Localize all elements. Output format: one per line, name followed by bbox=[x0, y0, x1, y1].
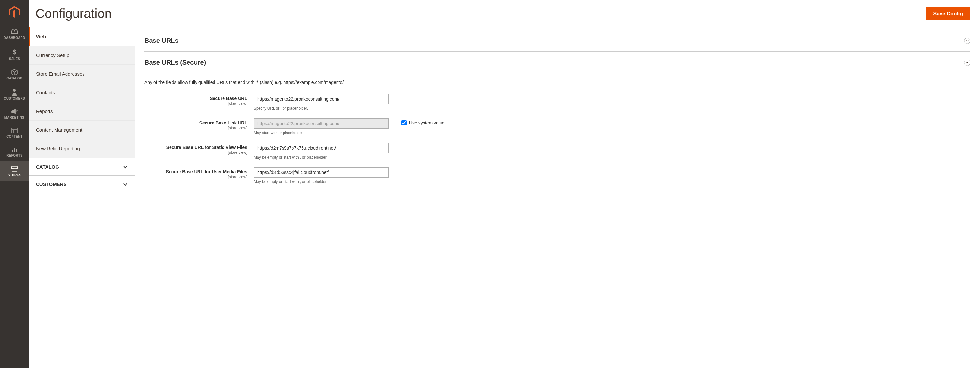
admin-sidebar: DASHBOARD $ SALES CATALOG CUSTOMERS MARK… bbox=[0, 0, 29, 205]
nav-marketing-label: MARKETING bbox=[5, 116, 24, 119]
scope-label: [store view] bbox=[145, 150, 247, 155]
section-base-urls-secure-header[interactable]: Base URLs (Secure) bbox=[145, 52, 970, 74]
page-title: Configuration bbox=[35, 6, 112, 21]
secure-base-url-label: Secure Base URL bbox=[210, 96, 247, 101]
svg-rect-7 bbox=[16, 149, 17, 152]
svg-text:$: $ bbox=[13, 48, 17, 56]
config-tabs-sidebar: Web Currency Setup Store Email Addresses… bbox=[29, 27, 135, 205]
config-main: Base URLs Base URLs (Secure) Any of the … bbox=[135, 27, 980, 205]
collapse-icon bbox=[964, 59, 970, 66]
tab-group-customers-label: CUSTOMERS bbox=[36, 181, 67, 187]
secure-base-static-label: Secure Base URL for Static View Files bbox=[166, 145, 247, 150]
store-icon bbox=[11, 166, 18, 172]
tab-currency-setup[interactable]: Currency Setup bbox=[29, 46, 135, 65]
secure-base-media-input[interactable] bbox=[254, 167, 388, 178]
box-icon bbox=[11, 69, 18, 75]
section-base-urls-header[interactable]: Base URLs bbox=[145, 30, 970, 52]
nav-catalog[interactable]: CATALOG bbox=[0, 65, 29, 84]
field-secure-base-link-url: Secure Base Link URL [store view] May st… bbox=[145, 118, 970, 135]
secure-base-link-url-label: Secure Base Link URL bbox=[199, 120, 247, 125]
nav-content[interactable]: CONTENT bbox=[0, 123, 29, 142]
section-base-urls-secure-title: Base URLs (Secure) bbox=[145, 59, 206, 66]
nav-marketing[interactable]: MARKETING bbox=[0, 104, 29, 123]
nav-dashboard-label: DASHBOARD bbox=[4, 36, 25, 40]
nav-customers[interactable]: CUSTOMERS bbox=[0, 84, 29, 104]
bars-icon bbox=[11, 147, 18, 152]
secure-base-media-label: Secure Base URL for User Media Files bbox=[166, 169, 247, 174]
page-header: Configuration Save Config bbox=[29, 0, 980, 27]
expand-icon bbox=[964, 38, 970, 44]
secure-base-static-hint: May be empty or start with , or placehol… bbox=[254, 155, 388, 160]
magento-logo[interactable] bbox=[0, 0, 29, 24]
tab-store-emails[interactable]: Store Email Addresses bbox=[29, 65, 135, 83]
secure-base-url-hint: Specify URL or , or placeholder. bbox=[254, 106, 388, 110]
save-config-button[interactable]: Save Config bbox=[926, 7, 970, 20]
tab-group-catalog[interactable]: CATALOG bbox=[29, 158, 135, 175]
tab-group-catalog-label: CATALOG bbox=[36, 164, 59, 170]
section-base-urls-title: Base URLs bbox=[145, 37, 178, 45]
tab-contacts[interactable]: Contacts bbox=[29, 83, 135, 102]
layout-icon bbox=[11, 128, 18, 133]
secure-base-url-input[interactable] bbox=[254, 94, 388, 104]
section-desc: Any of the fields allow fully qualified … bbox=[145, 80, 970, 85]
secure-base-link-url-hint: May start with or placeholder. bbox=[254, 131, 388, 135]
use-system-value-checkbox[interactable] bbox=[401, 120, 407, 125]
scope-label: [store view] bbox=[145, 175, 247, 179]
nav-sales-label: SALES bbox=[9, 57, 20, 61]
secure-base-media-hint: May be empty or start with , or placehol… bbox=[254, 179, 388, 184]
tab-web[interactable]: Web bbox=[29, 27, 135, 46]
nav-dashboard[interactable]: DASHBOARD bbox=[0, 24, 29, 44]
nav-reports-label: REPORTS bbox=[6, 154, 22, 157]
svg-rect-6 bbox=[14, 148, 15, 152]
secure-base-link-url-input bbox=[254, 118, 388, 129]
megaphone-icon bbox=[11, 109, 18, 115]
tab-group-customers[interactable]: CUSTOMERS bbox=[29, 175, 135, 193]
use-system-value-label[interactable]: Use system value bbox=[409, 120, 444, 125]
scope-label: [store view] bbox=[145, 101, 247, 106]
nav-stores[interactable]: STORES bbox=[0, 162, 29, 181]
nav-stores-label: STORES bbox=[8, 173, 21, 177]
svg-rect-2 bbox=[11, 128, 18, 133]
nav-customers-label: CUSTOMERS bbox=[4, 97, 25, 100]
person-icon bbox=[11, 88, 18, 96]
nav-reports[interactable]: REPORTS bbox=[0, 142, 29, 162]
nav-sales[interactable]: $ SALES bbox=[0, 44, 29, 65]
field-secure-base-media: Secure Base URL for User Media Files [st… bbox=[145, 167, 970, 184]
svg-point-1 bbox=[13, 89, 16, 92]
chevron-down-icon bbox=[123, 165, 127, 168]
field-secure-base-static: Secure Base URL for Static View Files [s… bbox=[145, 143, 970, 160]
nav-content-label: CONTENT bbox=[6, 135, 22, 138]
tab-new-relic[interactable]: New Relic Reporting bbox=[29, 139, 135, 158]
section-base-urls-secure-body: Any of the fields allow fully qualified … bbox=[145, 74, 970, 195]
field-secure-base-url: Secure Base URL [store view] Specify URL… bbox=[145, 94, 970, 110]
chevron-down-icon bbox=[123, 183, 127, 186]
dashboard-icon bbox=[11, 28, 18, 35]
tab-reports[interactable]: Reports bbox=[29, 102, 135, 121]
scope-label: [store view] bbox=[145, 126, 247, 130]
magento-logo-icon bbox=[9, 6, 20, 18]
secure-base-static-input[interactable] bbox=[254, 143, 388, 153]
svg-rect-5 bbox=[12, 150, 13, 152]
dollar-icon: $ bbox=[11, 48, 18, 56]
nav-catalog-label: CATALOG bbox=[6, 77, 22, 80]
tab-content-management[interactable]: Content Management bbox=[29, 121, 135, 139]
